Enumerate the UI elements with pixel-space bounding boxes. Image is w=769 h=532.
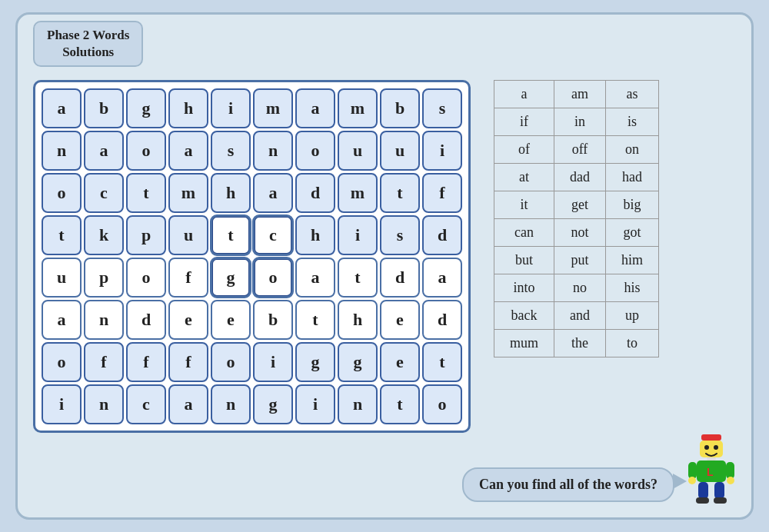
- word-cell: on: [606, 136, 659, 164]
- grid-cell: i: [42, 384, 82, 424]
- word-table-row: butputhim: [494, 247, 659, 274]
- grid-cell: g: [295, 342, 335, 382]
- grid-cell: n: [211, 384, 251, 424]
- grid-cell: d: [380, 258, 420, 298]
- word-table-row: itgetbig: [494, 191, 659, 219]
- grid-cell: n: [253, 131, 293, 171]
- grid-cell: n: [338, 384, 378, 424]
- grid-cell: n: [42, 131, 82, 171]
- grid-cell: h: [211, 173, 251, 213]
- grid-cell: t: [42, 215, 82, 255]
- word-cell: can: [494, 219, 554, 247]
- word-table-row: intonohis: [494, 274, 659, 302]
- grid-cell: f: [84, 342, 124, 382]
- svg-point-10: [727, 477, 734, 484]
- grid-cell: b: [84, 88, 124, 128]
- word-cell: dad: [554, 164, 606, 191]
- svg-rect-0: [701, 434, 721, 441]
- svg-rect-11: [698, 482, 708, 499]
- svg-rect-14: [714, 497, 727, 504]
- svg-rect-7: [688, 462, 697, 479]
- grid-cell: a: [168, 131, 208, 171]
- word-cell: of: [494, 136, 554, 164]
- bottom-area: Can you find all of the words? L: [33, 433, 736, 510]
- word-table-row: backandup: [494, 302, 659, 330]
- grid-cell: t: [211, 215, 251, 255]
- grid-cell: h: [338, 300, 378, 340]
- lego-figure: L: [686, 433, 736, 502]
- grid-cell: c: [126, 384, 166, 424]
- grid-cell: e: [380, 342, 420, 382]
- grid-cell: t: [126, 173, 166, 213]
- grid-cell: u: [338, 131, 378, 171]
- grid-cell: m: [338, 88, 378, 128]
- grid-cell: i: [422, 131, 462, 171]
- grid-cell: o: [211, 342, 251, 382]
- grid-cell: g: [338, 342, 378, 382]
- grid-cell: t: [422, 342, 462, 382]
- grid-cell: s: [422, 88, 462, 128]
- grid-cell: t: [295, 300, 335, 340]
- grid-cell: h: [168, 88, 208, 128]
- word-cell: the: [554, 330, 606, 357]
- grid-cell: g: [211, 258, 251, 298]
- grid-cell: e: [168, 300, 208, 340]
- grid-cell: i: [211, 88, 251, 128]
- grid-cell: s: [211, 131, 251, 171]
- grid-cell: b: [380, 88, 420, 128]
- svg-rect-13: [696, 497, 709, 504]
- word-table-row: ofoffon: [494, 136, 659, 164]
- main-container: Phase 2 Words Solutions abghimambsnaoasn…: [15, 12, 754, 520]
- grid-cell: i: [338, 215, 378, 255]
- word-cell: mum: [494, 330, 554, 357]
- grid-cell: a: [253, 173, 293, 213]
- title-line1: Phase 2 Words: [47, 27, 129, 44]
- content-area: abghimambsnaoasnouuioctmhadmtftkputchisd…: [33, 80, 736, 433]
- svg-point-9: [688, 477, 696, 484]
- word-cell: a: [494, 81, 554, 108]
- word-cell: got: [606, 219, 659, 247]
- svg-point-3: [714, 445, 718, 450]
- grid-cell: o: [126, 131, 166, 171]
- grid-cell: m: [338, 173, 378, 213]
- word-cell: his: [606, 274, 659, 302]
- word-table: aamasifinisofoffonatdadhaditgetbigcannot…: [494, 80, 659, 357]
- grid-cell: t: [380, 384, 420, 424]
- grid-cell: f: [422, 173, 462, 213]
- word-list-container: aamasifinisofoffonatdadhaditgetbigcannot…: [494, 80, 659, 357]
- word-cell: to: [606, 330, 659, 357]
- grid-cell: t: [380, 173, 420, 213]
- grid-cell: c: [253, 215, 293, 255]
- grid-cell: m: [253, 88, 293, 128]
- word-cell: as: [606, 81, 659, 108]
- grid-cell: g: [253, 384, 293, 424]
- word-cell: no: [554, 274, 606, 302]
- word-cell: him: [606, 247, 659, 274]
- grid-cell: d: [422, 300, 462, 340]
- grid-cell: a: [168, 384, 208, 424]
- grid-cell: u: [42, 258, 82, 298]
- word-cell: is: [606, 108, 659, 136]
- word-table-row: atdadhad: [494, 164, 659, 191]
- svg-rect-8: [726, 462, 734, 479]
- grid-cell: u: [380, 131, 420, 171]
- word-cell: it: [494, 191, 554, 219]
- word-cell: get: [554, 191, 606, 219]
- speech-bubble: Can you find all of the words?: [462, 467, 674, 502]
- grid-cell: p: [84, 258, 124, 298]
- grid-cell: i: [253, 342, 293, 382]
- grid-cell: o: [42, 342, 82, 382]
- svg-text:L: L: [707, 466, 714, 478]
- title-line2: Solutions: [47, 44, 129, 61]
- grid-cell: n: [84, 300, 124, 340]
- grid-cell: i: [295, 384, 335, 424]
- word-cell: not: [554, 219, 606, 247]
- grid-cell: d: [422, 215, 462, 255]
- speech-bubble-text: Can you find all of the words?: [479, 477, 657, 492]
- grid-cell: o: [422, 384, 462, 424]
- grid-cell: a: [84, 131, 124, 171]
- grid-cell: f: [126, 342, 166, 382]
- word-cell: if: [494, 108, 554, 136]
- grid-cell: n: [84, 384, 124, 424]
- grid-cell: d: [126, 300, 166, 340]
